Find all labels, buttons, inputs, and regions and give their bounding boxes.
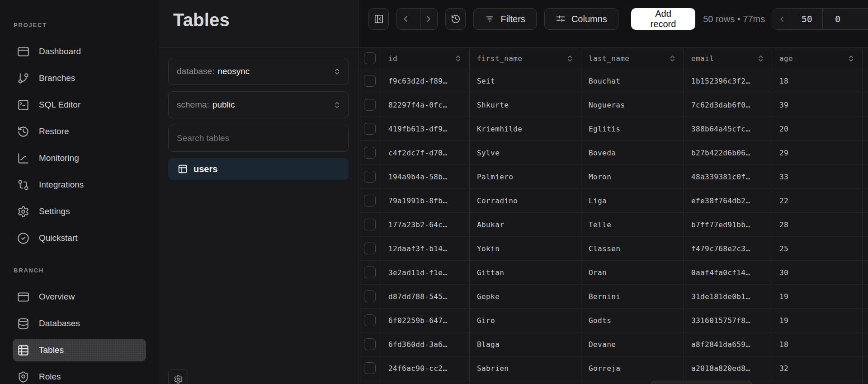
row-checkbox[interactable] <box>364 219 376 230</box>
cell-email[interactable]: a2018a820ed8… <box>684 356 772 380</box>
cell-first-name[interactable]: Kriemhilde <box>470 117 581 140</box>
row-checkbox[interactable] <box>364 267 376 278</box>
cell-age[interactable]: 29 <box>772 141 863 164</box>
cell-id[interactable]: 24f6ac90-cc2… <box>381 356 470 380</box>
cell-first-name[interactable]: Seit <box>470 69 581 93</box>
sidebar-item-settings[interactable]: Settings <box>13 200 146 223</box>
cell-first-name[interactable]: Palmiero <box>470 165 581 188</box>
cell-age[interactable]: 22 <box>772 189 863 212</box>
page-size-value[interactable]: 50 <box>791 9 822 29</box>
cell-last-name[interactable]: Bernini <box>581 285 684 308</box>
cell-id[interactable]: c4f2dc7f-d70… <box>381 141 470 164</box>
row-checkbox[interactable] <box>364 171 376 183</box>
forward-button[interactable] <box>420 9 437 29</box>
cell-age[interactable]: 32 <box>772 356 863 380</box>
cell-id[interactable]: 12daaf3f-b14… <box>381 237 470 260</box>
cell-id[interactable]: 194a9b4a-58b… <box>381 165 470 188</box>
cell-email[interactable]: b7ff77ed91bb… <box>684 213 772 236</box>
row-checkbox[interactable] <box>364 147 376 159</box>
cell-age[interactable]: 33 <box>772 165 863 188</box>
row-checkbox[interactable] <box>364 338 376 350</box>
cell-email[interactable]: 7c62d3dab6f0… <box>684 93 772 117</box>
refresh-history-button[interactable] <box>445 8 466 30</box>
previous-page-button[interactable] <box>773 9 791 29</box>
schema-select[interactable]: schema: public <box>168 91 349 118</box>
cell-last-name[interactable]: Eglitis <box>581 117 684 140</box>
cell-id[interactable]: 6f02259b-647… <box>381 309 470 332</box>
column-header-id[interactable]: id <box>381 48 470 69</box>
row-checkbox[interactable] <box>364 123 376 135</box>
select-all-checkbox[interactable] <box>364 52 376 64</box>
cell-id[interactable]: d87dd788-545… <box>381 285 470 308</box>
sidebar-item-integrations[interactable]: Integrations <box>13 173 146 196</box>
cell-id[interactable]: 419fb613-df9… <box>381 117 470 140</box>
cell-id[interactable] <box>381 380 470 384</box>
column-header-age[interactable]: age <box>772 48 863 69</box>
cell-first-name[interactable] <box>470 380 581 384</box>
column-header-email[interactable]: email <box>684 48 772 69</box>
add-record-button[interactable]: Add record <box>631 8 695 30</box>
cell-last-name[interactable]: Godts <box>581 309 684 332</box>
cell-first-name[interactable]: Corradino <box>470 189 581 212</box>
cell-id[interactable]: 79a1991b-8fb… <box>381 189 470 212</box>
row-checkbox[interactable] <box>364 75 376 87</box>
cell-id[interactable]: 177a23b2-64c… <box>381 213 470 236</box>
back-button[interactable] <box>397 9 414 29</box>
cell-last-name[interactable]: Moron <box>581 165 684 188</box>
cell-first-name[interactable]: Sylve <box>470 141 581 164</box>
cell-email[interactable]: 31de181de0b1… <box>684 285 772 308</box>
cell-last-name[interactable]: Oran <box>581 261 684 284</box>
cell-email[interactable]: 1b152396c3f2… <box>684 69 772 93</box>
panel-settings-button[interactable] <box>168 369 188 384</box>
sidebar-item-branches[interactable]: Branches <box>13 67 146 89</box>
filters-button[interactable]: Filters <box>473 8 536 30</box>
cell-id[interactable]: 3e2ad11d-f1e… <box>381 261 470 284</box>
cell-first-name[interactable]: Yokin <box>470 237 581 260</box>
column-header-last-name[interactable]: last_name <box>581 48 684 69</box>
column-header-first-name[interactable]: first_name <box>470 48 581 69</box>
cell-first-name[interactable]: Gepke <box>470 285 581 308</box>
sidebar-item-quickstart[interactable]: Quickstart <box>13 227 146 249</box>
row-checkbox[interactable] <box>364 290 376 302</box>
sidebar-item-overview[interactable]: Overview <box>13 286 146 308</box>
cell-email[interactable]: a8f2841da659… <box>684 332 772 356</box>
sidebar-item-restore[interactable]: Restore <box>13 120 146 143</box>
row-checkbox[interactable] <box>364 314 376 326</box>
cell-age[interactable]: 18 <box>772 69 863 93</box>
cell-first-name[interactable]: Shkurte <box>470 93 581 117</box>
cell-last-name[interactable]: Liga <box>581 189 684 212</box>
cell-last-name[interactable]: Bouchat <box>581 69 684 93</box>
cell-age[interactable]: 18 <box>772 332 863 356</box>
cell-age[interactable]: 39 <box>772 93 863 117</box>
cell-email[interactable]: 3316015757f8… <box>684 309 772 332</box>
sidebar-item-roles[interactable]: Roles <box>13 365 146 384</box>
row-checkbox[interactable] <box>364 362 376 374</box>
cell-email[interactable]: 48a339381c0f… <box>684 165 772 188</box>
cell-age[interactable]: 28 <box>772 213 863 236</box>
cell-email[interactable]: f479c768e2c3… <box>684 237 772 260</box>
collapse-panel-button[interactable] <box>368 8 389 30</box>
cell-last-name[interactable]: Classen <box>581 237 684 260</box>
cell-age[interactable]: 20 <box>772 117 863 140</box>
cell-age[interactable]: 25 <box>772 237 863 260</box>
cell-first-name[interactable]: Giro <box>470 309 581 332</box>
cell-age[interactable] <box>772 380 863 384</box>
cell-id[interactable]: 6fd360dd-3a6… <box>381 332 470 356</box>
cell-id[interactable]: 82297f4a-0fc… <box>381 93 470 117</box>
row-checkbox[interactable] <box>364 243 376 254</box>
row-checkbox[interactable] <box>364 99 376 111</box>
sidebar-item-sql-editor[interactable]: SQL Editor <box>13 94 146 116</box>
cell-last-name[interactable]: Telle <box>581 213 684 236</box>
sidebar-item-dashboard[interactable]: Dashboard <box>13 40 146 63</box>
cell-last-name[interactable]: Gorreja <box>581 356 684 380</box>
table-list-item-users[interactable]: users <box>168 158 349 180</box>
cell-email[interactable]: b27b422d6b06… <box>684 141 772 164</box>
horizontal-scrollbar-thumb[interactable] <box>651 381 752 384</box>
cell-age[interactable]: 19 <box>772 309 863 332</box>
cell-email[interactable]: 0aaf4fa0cf14… <box>684 261 772 284</box>
cell-first-name[interactable]: Gittan <box>470 261 581 284</box>
cell-first-name[interactable]: Blaga <box>470 332 581 356</box>
search-tables-input[interactable] <box>168 125 349 152</box>
cell-email[interactable]: 388b64a45cfc… <box>684 117 772 140</box>
cell-last-name[interactable]: Boveda <box>581 141 684 164</box>
